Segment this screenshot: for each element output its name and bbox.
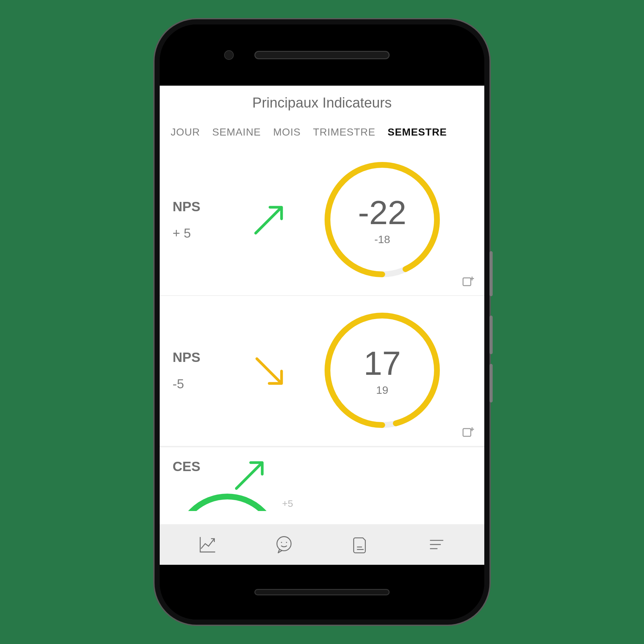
svg-rect-3 <box>463 278 471 286</box>
indicator-card-ces: CES +5 <box>160 447 484 511</box>
gauge-partial <box>173 492 282 511</box>
tab-trimestre[interactable]: TRIMESTRE <box>313 126 375 138</box>
gauge-value: 17 <box>364 344 401 383</box>
card-left: NPS + 5 <box>173 199 247 241</box>
metric-delta: -5 <box>173 377 247 391</box>
gauge: 17 19 <box>292 311 473 430</box>
volume-down-button <box>489 364 493 403</box>
svg-line-0 <box>256 208 281 233</box>
tab-semaine[interactable]: SEMAINE <box>212 126 261 138</box>
metric-delta: + 5 <box>173 226 247 241</box>
metric-name: CES <box>173 459 227 474</box>
power-button <box>489 251 493 296</box>
expand-icon[interactable] <box>461 425 475 439</box>
nav-menu-icon[interactable] <box>425 533 448 556</box>
gauge: -22 -18 <box>292 160 473 279</box>
nav-document-icon[interactable] <box>349 533 372 556</box>
volume-up-button <box>489 316 493 354</box>
expand-icon[interactable] <box>461 274 475 288</box>
bezel-top <box>160 24 484 86</box>
gauge-subvalue: 19 <box>376 384 388 396</box>
nav-feedback-icon[interactable] <box>273 533 295 556</box>
gauge-value: -22 <box>358 194 406 232</box>
page-title: Principaux Indicateurs <box>160 95 484 111</box>
svg-line-12 <box>236 463 261 488</box>
bottom-nav <box>160 524 484 565</box>
svg-point-13 <box>177 497 277 511</box>
bottom-speaker <box>254 589 390 595</box>
phone-inner: Principaux Indicateurs JOUR SEMAINE MOIS… <box>160 24 484 620</box>
content[interactable]: NPS + 5 <box>160 145 484 524</box>
tab-mois[interactable]: MOIS <box>273 126 301 138</box>
card-left: NPS -5 <box>173 350 247 391</box>
svg-line-6 <box>257 359 281 383</box>
screen: Principaux Indicateurs JOUR SEMAINE MOIS… <box>160 86 484 565</box>
ear-speaker <box>254 51 390 59</box>
svg-point-15 <box>281 542 282 543</box>
svg-point-16 <box>286 542 287 543</box>
tab-jour[interactable]: JOUR <box>171 126 200 138</box>
indicator-card-nps-2: NPS -5 <box>160 296 484 447</box>
card-left: CES <box>173 459 227 478</box>
front-camera <box>224 50 234 60</box>
indicator-card-nps-1: NPS + 5 <box>160 145 484 296</box>
metric-delta: +5 <box>282 498 293 509</box>
gauge-subvalue: -18 <box>374 233 390 246</box>
phone-frame: Principaux Indicateurs JOUR SEMAINE MOIS… <box>155 19 489 625</box>
nav-chart-icon[interactable] <box>196 533 219 556</box>
trend-arrow-down-icon <box>247 351 292 390</box>
bezel-bottom <box>160 565 484 620</box>
metric-name: NPS <box>173 350 247 365</box>
svg-point-14 <box>277 536 291 551</box>
metric-name: NPS <box>173 199 247 214</box>
header: Principaux Indicateurs <box>160 86 484 115</box>
trend-arrow-up-icon <box>247 200 292 239</box>
tab-semestre[interactable]: SEMESTRE <box>388 126 447 138</box>
period-tabs: JOUR SEMAINE MOIS TRIMESTRE SEMESTRE <box>160 115 484 145</box>
svg-rect-9 <box>463 429 471 436</box>
trend-arrow-up-icon <box>227 456 272 494</box>
